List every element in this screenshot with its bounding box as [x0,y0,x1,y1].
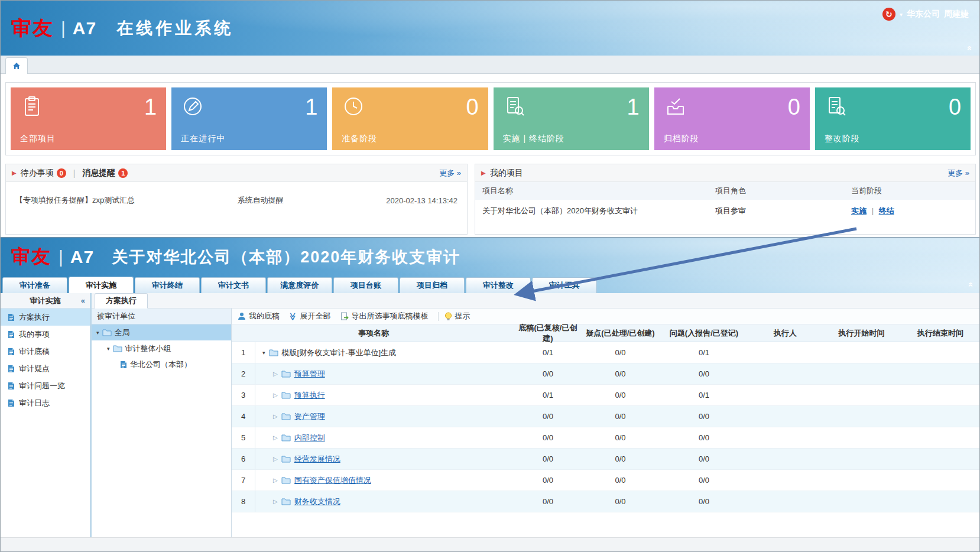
item-name: 模版[财务收支审计-事业单位]生成 [282,348,397,358]
tree-node-audit-team[interactable]: ▾ 审计整体小组 [92,340,231,356]
tab-project-ledger[interactable]: 项目台账 [333,277,398,293]
stat-label: 实施 | 终结阶段 [503,134,640,144]
sidebar-item-audit-doubts[interactable]: 审计疑点 [1,360,90,377]
archive-check-icon [664,95,687,118]
sidebar-item-audit-log[interactable]: 审计日志 [1,394,90,411]
item-name-link[interactable]: 国有资产保值增值情况 [294,475,371,486]
expand-arrow-icon[interactable]: ▾ [262,350,265,356]
issue-count: 0/0 [660,497,748,506]
draft-count: 0/0 [515,369,580,378]
collapsed-arrow-icon[interactable]: ▷ [273,498,278,505]
tree-node-global[interactable]: ▾ 全局 [92,324,231,340]
expand-arrow-icon[interactable]: ▾ [96,330,99,336]
item-name-cell: ▷ 预算执行 [255,390,515,401]
stat-card-implementation[interactable]: 1 实施 | 终结阶段 [494,87,649,150]
sidebar-item-plan-execution[interactable]: 方案执行 [1,309,90,326]
region-body: 被审计单位 ▾ 全局 ▾ 审计整体小组 [92,309,980,552]
audited-units-header: 被审计单位 [92,309,231,324]
stat-value: 1 [305,96,317,118]
dashboard-panels: ▶ 待办事项 0 | 消息提醒 1 更多 » 【专项填报任务提醒】zxp测试汇总… [5,164,976,235]
my-drafts-button[interactable]: 我的底稿 [238,311,280,322]
tab-audit-preparation[interactable]: 审计准备 [2,277,67,293]
projects-more-link[interactable]: 更多 » [947,168,969,178]
brand-product: A7 [73,18,96,38]
stage-link-conclude[interactable]: 终结 [879,206,894,215]
tip-button[interactable]: 提示 [444,311,470,322]
tab-audit-implementation[interactable]: 审计实施 [69,277,134,293]
subtab-plan-execution[interactable]: 方案执行 [95,293,148,309]
item-name-link[interactable]: 预算执行 [294,390,325,401]
stat-value: 0 [466,96,478,118]
stat-card-preparation[interactable]: 0 准备阶段 [332,87,488,150]
my-projects-panel: ▶ 我的项目 更多 » 项目名称 项目角色 当前阶段 关于对华北公司（本部）20… [475,164,976,235]
item-name-link[interactable]: 预算管理 [294,369,325,379]
table-row[interactable]: 4 ▷ 资产管理 0/0 0/0 0/0 [232,406,980,427]
table-row[interactable]: 5 ▷ 内部控制 0/0 0/0 0/0 [232,427,980,449]
user-menu-caret-icon[interactable]: ▾ [900,11,903,18]
export-template-button[interactable]: 导出所选事项底稿模板 [340,311,429,322]
item-name-cell: ▷ 国有资产保值增值情况 [255,475,515,486]
stat-value: 0 [949,96,961,118]
col-doubt: 疑点(已处理/已创建) [580,328,660,339]
item-name-link[interactable]: 内部控制 [294,433,325,443]
clock-icon [342,95,365,118]
draft-count: 0/0 [515,412,580,421]
table-row[interactable]: 7 ▷ 国有资产保值增值情况 0/0 0/0 0/0 [232,470,980,491]
sidebar-item-my-matters[interactable]: 我的事项 [1,326,90,343]
project-row[interactable]: 关于对华北公司（本部）2020年财务收支审计 项目参审 实施 | 终结 [475,200,975,222]
collapsed-arrow-icon[interactable]: ▷ [273,371,278,377]
message-time: 2020-02-13 14:13:42 [386,196,457,205]
nav-collapse-icon[interactable]: « [81,296,85,305]
table-row[interactable]: 2 ▷ 预算管理 0/0 0/0 0/0 [232,363,980,385]
tab-messages[interactable]: 消息提醒 [82,168,115,178]
page-icon [8,330,15,339]
stat-card-archive[interactable]: 0 归档阶段 [654,87,810,150]
folder-icon [281,434,291,441]
tree-node-huabei-company[interactable]: 华北公司（本部） [92,356,231,372]
message-title[interactable]: 【专项填报任务提醒】zxp测试汇总 [15,195,135,206]
tab-audit-conclusion[interactable]: 审计终结 [135,277,200,293]
item-name-link[interactable]: 财务收支情况 [294,496,340,507]
project-tab-bar: 审计准备 审计实施 审计终结 审计文书 满意度评价 项目台账 项目归档 审计整改… [1,277,980,293]
subtab-strip: 方案执行 [92,293,980,309]
collapsed-arrow-icon[interactable]: ▷ [273,456,278,462]
sidebar-item-audit-drafts[interactable]: 审计底稿 [1,343,90,360]
item-name-link[interactable]: 资产管理 [294,411,325,422]
expand-arrow-icon[interactable]: ▾ [107,346,110,352]
message-row[interactable]: 【专项填报任务提醒】zxp测试汇总 系统自动提醒 2020-02-13 14:1… [6,195,467,206]
row-number: 1 [232,342,255,363]
tab-todo[interactable]: 待办事项 [21,168,54,178]
item-name-link[interactable]: 经营发展情况 [294,454,340,465]
stage-link-implement[interactable]: 实施 [851,206,867,215]
table-row[interactable]: 1 ▾ 模版[财务收支审计-事业单位]生成 0/1 0/0 0/1 [232,342,980,363]
tab-audit-rectification[interactable]: 审计整改 [466,277,531,293]
home-tab[interactable] [5,57,28,74]
stat-cards-container: 1 全部项目 1 正在进行中 0 [5,82,976,155]
stat-card-rectification[interactable]: 0 整改阶段 [815,87,971,150]
collapsed-arrow-icon[interactable]: ▷ [273,477,278,483]
collapsed-arrow-icon[interactable]: ▷ [273,434,278,441]
tab-project-archive[interactable]: 项目归档 [400,277,465,293]
tab-audit-tools[interactable]: 审计工具 [532,277,597,293]
table-row[interactable]: 6 ▷ 经营发展情况 0/0 0/0 0/0 [232,449,980,470]
refresh-icon[interactable]: ↻ [882,8,895,21]
todo-more-link[interactable]: 更多 » [439,168,461,178]
collapsed-arrow-icon[interactable]: ▷ [273,413,278,420]
expand-all-button[interactable]: ≫ 展开全部 [289,311,331,322]
table-row[interactable]: 3 ▷ 预算执行 0/1 0/0 0/1 [232,385,980,406]
sidebar-item-issues-overview[interactable]: 审计问题一览 [1,377,90,394]
page-icon [8,382,15,390]
issue-count: 0/0 [660,369,748,378]
tab-audit-documents[interactable]: 审计文书 [201,277,266,293]
stage-separator: | [872,206,874,215]
stat-card-in-progress[interactable]: 1 正在进行中 [171,87,327,150]
collapsed-arrow-icon[interactable]: ▷ [273,392,278,398]
project-header-collapse-icon[interactable]: « [966,282,976,287]
tab-satisfaction[interactable]: 满意度评价 [267,277,332,293]
table-row[interactable]: 8 ▷ 财务收支情况 0/0 0/0 0/0 [232,491,980,512]
row-number: 5 [232,427,255,448]
stat-card-all-projects[interactable]: 1 全部项目 [11,87,166,150]
header-collapse-icon[interactable]: « [965,46,975,50]
left-nav-title: 审计实施 [30,296,61,306]
stat-value: 1 [627,96,640,118]
